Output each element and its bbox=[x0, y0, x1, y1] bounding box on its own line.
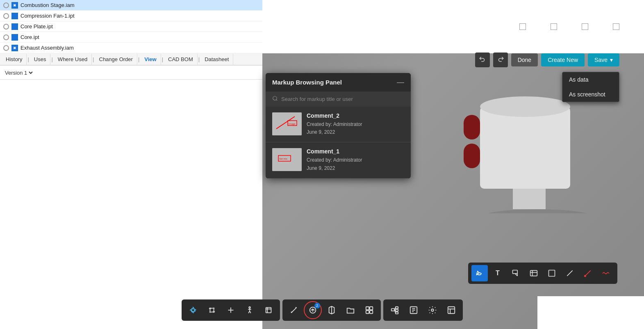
icon-ipt-core-plate bbox=[11, 23, 18, 30]
radio-core-plate[interactable] bbox=[3, 24, 9, 30]
svg-rect-14 bbox=[464, 144, 480, 168]
tab-uses[interactable]: Uses bbox=[30, 54, 51, 65]
svg-rect-61 bbox=[395, 309, 398, 311]
rect-tool-button[interactable] bbox=[544, 265, 560, 281]
tab-view[interactable]: View bbox=[140, 54, 161, 65]
svg-point-11 bbox=[480, 96, 570, 117]
text-tool-button[interactable]: T bbox=[489, 265, 506, 281]
view-tool-button[interactable] bbox=[360, 301, 378, 319]
markup-search-input[interactable] bbox=[281, 96, 404, 102]
svg-line-35 bbox=[585, 270, 590, 276]
cloud-tool-button[interactable] bbox=[526, 265, 542, 281]
tab-datasheet[interactable]: Datasheet bbox=[200, 54, 233, 65]
tab-cad-bom[interactable]: CAD BOM bbox=[164, 54, 198, 65]
create-new-button[interactable]: Create New bbox=[541, 53, 585, 66]
svg-point-16 bbox=[273, 96, 277, 100]
svg-rect-56 bbox=[369, 307, 372, 310]
file-item-core-plate[interactable]: Core Plate.ipt bbox=[0, 21, 262, 32]
save-as-screenshot[interactable]: As screenshot bbox=[562, 87, 619, 102]
markup-panel-title: Markup Browsing Panel bbox=[272, 79, 342, 86]
fit-tool-button[interactable] bbox=[259, 301, 278, 319]
section-tool-button[interactable] bbox=[323, 301, 341, 319]
svg-rect-27 bbox=[513, 270, 518, 274]
wave-tool-button[interactable] bbox=[598, 265, 614, 281]
svg-point-15 bbox=[480, 209, 595, 213]
radio-combustion[interactable] bbox=[3, 2, 9, 8]
svg-rect-33 bbox=[549, 270, 555, 276]
version-select[interactable]: Version 1 Version 2 bbox=[3, 69, 34, 76]
col-checkbox-1[interactable] bbox=[519, 23, 526, 30]
file-name-compression-fan: Compression Fan-1.ipt bbox=[20, 13, 75, 19]
file-list: ▣ Combustion Stage.iam Compression Fan-1… bbox=[0, 0, 262, 53]
orbit-tool-button[interactable] bbox=[184, 301, 202, 319]
markup-info-1: Comment_1 Created by: Administrator June… bbox=[307, 148, 404, 172]
folder-tool-button[interactable] bbox=[341, 301, 360, 319]
line-tool-button[interactable] bbox=[562, 265, 578, 281]
svg-text:Image: Image bbox=[289, 123, 296, 125]
markup-search-bar[interactable] bbox=[266, 91, 411, 107]
markup-thumb-1: Set inis bbox=[272, 148, 302, 171]
save-as-data[interactable]: As data bbox=[562, 72, 619, 87]
redo-button[interactable] bbox=[493, 53, 508, 67]
markup-name-2: Comment_2 bbox=[307, 112, 404, 119]
zoom-tool-button[interactable] bbox=[222, 301, 240, 319]
model-right bbox=[455, 82, 611, 246]
callout-tool-button[interactable] bbox=[507, 265, 524, 281]
bottom-toolbar: 2 bbox=[182, 299, 463, 321]
file-item-exhaust-assembly[interactable]: ▣ Exhaust Assembly.iam bbox=[0, 43, 262, 53]
radio-exhaust[interactable] bbox=[3, 45, 9, 51]
pen-tool-button[interactable] bbox=[580, 265, 596, 281]
file-name-exhaust: Exhaust Assembly.iam bbox=[20, 45, 74, 51]
save-button[interactable]: Save ▾ bbox=[588, 53, 619, 66]
markup-item-comment2[interactable]: Image Comment_2 Created by: Administrato… bbox=[266, 107, 411, 142]
file-item-core[interactable]: Core.ipt bbox=[0, 32, 262, 43]
radio-core[interactable] bbox=[3, 34, 9, 40]
undo-button[interactable] bbox=[475, 53, 490, 67]
markup-info-2: Comment_2 Created by: Administrator June… bbox=[307, 112, 404, 136]
tab-where-used[interactable]: Where Used bbox=[54, 54, 92, 65]
file-item-combustion-stage[interactable]: ▣ Combustion Stage.iam bbox=[0, 0, 262, 11]
markup-tool-button[interactable]: 2 bbox=[304, 301, 322, 319]
top-toolbar: Done Create New Save ▾ bbox=[475, 53, 619, 67]
col-checkbox-4[interactable] bbox=[613, 23, 619, 30]
tab-history[interactable]: History bbox=[2, 54, 27, 65]
markup-panel-header: Markup Browsing Panel — bbox=[266, 73, 411, 91]
measure-tool-button[interactable] bbox=[285, 301, 303, 319]
freehand-draw-button[interactable] bbox=[471, 265, 488, 281]
walk-tool-button[interactable] bbox=[241, 301, 259, 319]
tab-change-order[interactable]: Change Order bbox=[95, 54, 137, 65]
col-checkbox-2[interactable] bbox=[551, 23, 557, 30]
radio-compression-fan[interactable] bbox=[3, 13, 9, 19]
settings-button[interactable] bbox=[423, 301, 441, 319]
svg-line-44 bbox=[250, 311, 251, 313]
search-icon bbox=[272, 96, 278, 103]
white-panel-bottom-right bbox=[537, 296, 644, 329]
file-item-compression-fan[interactable]: Compression Fan-1.ipt bbox=[0, 11, 262, 21]
svg-line-28 bbox=[515, 274, 517, 276]
markup-panel-close-button[interactable]: — bbox=[397, 78, 404, 87]
markup-created-by-2: Created by: Administrator bbox=[307, 121, 404, 128]
svg-rect-10 bbox=[480, 107, 570, 189]
svg-line-34 bbox=[567, 270, 572, 276]
checkbox-group bbox=[519, 23, 619, 30]
properties-button[interactable] bbox=[405, 301, 423, 319]
icon-ipt-core bbox=[11, 34, 18, 41]
svg-rect-30 bbox=[530, 270, 537, 276]
icon-ipt-compression-fan bbox=[11, 13, 18, 19]
svg-rect-58 bbox=[369, 311, 372, 313]
model-tree-button[interactable] bbox=[386, 301, 404, 319]
svg-rect-62 bbox=[395, 312, 398, 314]
col-checkbox-3[interactable] bbox=[582, 23, 588, 30]
extra-button[interactable] bbox=[442, 301, 460, 319]
markup-item-comment1[interactable]: Set inis Comment_1 Created by: Administr… bbox=[266, 142, 411, 178]
svg-line-17 bbox=[276, 100, 278, 101]
done-button[interactable]: Done bbox=[511, 53, 538, 66]
markup-thumb-2: Image bbox=[272, 112, 302, 135]
svg-rect-18 bbox=[272, 112, 302, 135]
pan-tool-button[interactable] bbox=[203, 301, 221, 319]
tools-group: 2 bbox=[282, 299, 381, 321]
markup-date-2: June 9, 2022 bbox=[307, 128, 404, 136]
markup-created-by-1: Created by: Administrator bbox=[307, 156, 404, 164]
markup-name-1: Comment_1 bbox=[307, 148, 404, 155]
svg-rect-57 bbox=[366, 311, 369, 313]
